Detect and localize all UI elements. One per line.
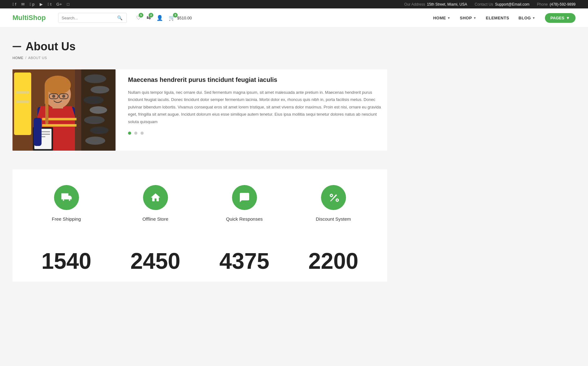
svg-point-25 (52, 95, 55, 98)
quick-responses-label: Quick Responses (203, 216, 286, 222)
nav-home[interactable]: HOME ▼ (433, 16, 450, 20)
contact-value: Support@Email.com (495, 2, 529, 7)
user-icon: 👤 (156, 15, 163, 21)
svg-point-8 (90, 127, 109, 134)
pages-label: PAGES (551, 16, 565, 20)
features-grid: Free Shipping Offline Store (25, 185, 375, 222)
home-icon (150, 192, 161, 203)
search-button[interactable]: 🔍 (115, 13, 125, 23)
svg-point-7 (84, 116, 105, 124)
telegram-icon[interactable]: ✉ (21, 2, 25, 7)
about-content-section: Maecenas hendrerit purus tincidunt feugi… (12, 69, 387, 151)
svg-rect-21 (45, 99, 48, 124)
cart-icon-wrap: 🛒 0 (169, 15, 175, 21)
about-text-body: Nullam quis tempor ligula, nec ornare du… (128, 89, 387, 125)
free-shipping-icon-circle (54, 185, 79, 210)
google-plus-icon[interactable]: G+ (57, 2, 62, 7)
main-nav: HOME ▼ SHOP ▼ ELEMENTS BLOG ▼ PAGES ▼ (433, 13, 576, 23)
svg-rect-16 (42, 124, 77, 127)
chat-icon (239, 192, 250, 203)
nav-shop[interactable]: SHOP ▼ (460, 16, 477, 20)
truck-icon (61, 192, 72, 203)
about-image (12, 69, 116, 151)
svg-point-6 (90, 106, 107, 114)
svg-point-4 (91, 86, 109, 93)
nav-shop-arrow: ▼ (473, 16, 476, 20)
about-text-title: Maecenas hendrerit purus tincidunt feugi… (128, 76, 387, 84)
discount-system-label: Discount System (292, 216, 375, 222)
compare-badge: 2 (149, 13, 153, 18)
logo-text2: Shop (28, 14, 46, 22)
address-group: Our Address 15th Street, Miami, USA (404, 2, 467, 7)
svg-rect-12 (16, 101, 29, 103)
slider-dot-3[interactable] (141, 132, 144, 135)
discount-system-icon-circle (321, 185, 346, 210)
svg-point-26 (62, 95, 65, 98)
social-links:  f ✉  p ▶  t G+ □ (12, 2, 69, 7)
youtube-icon[interactable]: ▶ (40, 2, 43, 7)
nav-shop-label: SHOP (460, 16, 472, 20)
breadcrumb-home[interactable]: HOME (12, 56, 23, 60)
about-image-svg (12, 69, 116, 151)
feature-free-shipping: Free Shipping (25, 185, 108, 222)
quick-responses-icon-circle (232, 185, 257, 210)
stat-2: 2450 (114, 250, 197, 272)
phone-group: Phone (478)-592-9899 (537, 2, 576, 7)
slider-dot-2[interactable] (134, 132, 137, 135)
nav-blog-arrow: ▼ (532, 16, 535, 20)
svg-rect-10 (14, 73, 31, 135)
offline-store-label: Offline Store (114, 216, 197, 222)
svg-point-19 (45, 76, 71, 94)
stats-grid: 1540 2450 4375 2200 (25, 250, 375, 272)
nav-home-arrow: ▼ (447, 16, 450, 20)
logo-text1: Multi (12, 14, 28, 22)
top-bar:  f ✉  p ▶  t G+ □ Our Address 15th St… (0, 0, 588, 8)
free-shipping-label: Free Shipping (25, 216, 108, 222)
pages-arrow: ▼ (566, 16, 570, 20)
cart-badge: 0 (173, 13, 178, 18)
cart-button[interactable]: 🛒 0 $510.00 (169, 15, 192, 21)
nav-home-label: HOME (433, 16, 446, 20)
instagram-icon[interactable]: □ (67, 2, 69, 7)
pinterest-icon[interactable]:  p (30, 2, 35, 7)
percent-icon (328, 192, 339, 203)
contact-group: Contact Us Support@Email.com (475, 2, 530, 7)
compare-icon-wrap[interactable]: ⇆ 2 (146, 15, 151, 21)
phone-label: Phone (537, 2, 548, 7)
slider-dots (128, 132, 387, 135)
nav-blog-label: BLOG (519, 16, 531, 20)
search-input[interactable] (58, 13, 115, 23)
wishlist-badge: 5 (139, 13, 143, 18)
offline-store-icon-circle (143, 185, 168, 210)
svg-rect-11 (16, 91, 29, 94)
phone-value: (478)-592-9899 (550, 2, 576, 7)
about-title: About Us (26, 40, 76, 53)
feature-offline-store: Offline Store (114, 185, 197, 222)
header: MultiShop 🔍 ♡ 5 ⇆ 2 👤 🛒 0 $510.00 HOME ▼ (0, 8, 588, 28)
header-icons: ♡ 5 ⇆ 2 👤 🛒 0 $510.00 (136, 15, 192, 21)
nav-blog[interactable]: BLOG ▼ (519, 16, 536, 20)
nav-elements[interactable]: ELEMENTS (486, 16, 509, 20)
about-accent (12, 46, 21, 47)
user-icon-wrap[interactable]: 👤 (156, 15, 163, 21)
twitter-icon[interactable]:  t (48, 2, 52, 7)
pages-button[interactable]: PAGES ▼ (545, 13, 576, 23)
search-wrapper: 🔍 (58, 13, 127, 23)
logo[interactable]: MultiShop (12, 14, 46, 22)
page-content: About Us HOME / ABOUT US (0, 28, 588, 309)
stat-4: 2200 (292, 250, 375, 272)
wishlist-icon-wrap[interactable]: ♡ 5 (136, 15, 141, 21)
svg-point-3 (84, 74, 106, 83)
breadcrumb: HOME / ABOUT US (12, 56, 576, 60)
features-section: Free Shipping Offline Store (12, 169, 387, 237)
svg-point-9 (85, 137, 105, 145)
breadcrumb-separator: / (25, 56, 26, 60)
feature-discount-system: Discount System (292, 185, 375, 222)
feature-quick-responses: Quick Responses (203, 185, 286, 222)
svg-rect-32 (34, 118, 42, 146)
slider-dot-1[interactable] (128, 132, 131, 135)
address-value: 15th Street, Miami, USA (427, 2, 467, 7)
nav-elements-label: ELEMENTS (486, 16, 509, 20)
breadcrumb-current: ABOUT US (28, 56, 47, 60)
facebook-icon[interactable]:  f (12, 2, 16, 7)
